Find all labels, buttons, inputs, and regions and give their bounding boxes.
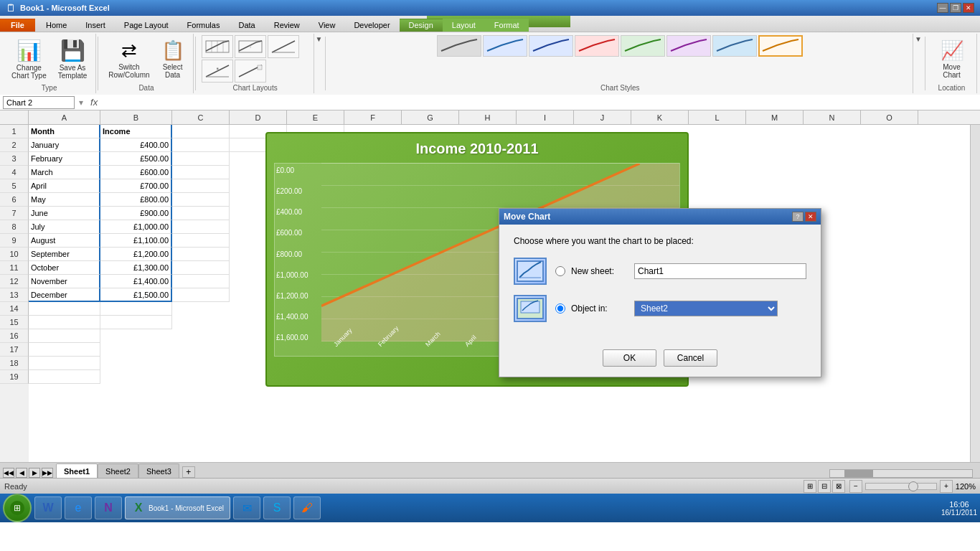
chart-styles-dropdown[interactable]: ▼ — [913, 34, 923, 93]
horizontal-scrollbar[interactable] — [829, 469, 973, 478]
col-header-i[interactable]: I — [517, 110, 574, 124]
col-header-m[interactable]: M — [746, 110, 804, 124]
tab-data[interactable]: Data — [229, 19, 264, 32]
cell-a14[interactable] — [29, 302, 100, 316]
sheet-tab-sheet1[interactable]: Sheet1 — [56, 463, 98, 478]
cell-a12[interactable]: November — [29, 275, 100, 288]
cell-b12[interactable]: £1,400.00 — [100, 275, 172, 288]
col-header-l[interactable]: L — [689, 110, 746, 124]
chart-layout-5[interactable] — [235, 60, 266, 83]
switch-row-col-btn[interactable]: ⇄ SwitchRow/Column — [104, 36, 154, 82]
chart-layouts-dropdown[interactable]: ▼ — [314, 34, 324, 93]
cell-c4[interactable] — [172, 166, 230, 179]
row-header-9[interactable]: 9 — [0, 234, 29, 248]
cell-a2[interactable]: January — [29, 138, 100, 152]
minimize-btn[interactable]: — — [937, 3, 948, 13]
cell-c5[interactable] — [172, 179, 230, 193]
h-scroll-thumb[interactable] — [844, 470, 873, 477]
save-as-template-btn[interactable]: 💾 Save AsTemplate — [54, 36, 92, 82]
chart-style-7[interactable] — [712, 35, 757, 57]
chart-style-8[interactable] — [758, 35, 803, 57]
zoom-in-btn[interactable]: + — [940, 480, 953, 493]
cell-b7[interactable]: £900.00 — [100, 207, 172, 220]
restore-btn[interactable]: ❐ — [950, 3, 961, 13]
cell-b2[interactable]: £400.00 — [100, 138, 172, 152]
col-header-g[interactable]: G — [402, 110, 459, 124]
col-header-e[interactable]: E — [287, 110, 344, 124]
taskbar-paint[interactable]: 🖌 — [293, 496, 321, 519]
tab-layout[interactable]: Layout — [443, 19, 485, 32]
taskbar-excel[interactable]: X Book1 - Microsoft Excel — [125, 496, 230, 519]
col-header-j[interactable]: J — [574, 110, 631, 124]
cell-c1[interactable] — [172, 125, 230, 138]
chart-style-6[interactable] — [666, 35, 711, 57]
cell-b6[interactable]: £800.00 — [100, 193, 172, 207]
modal-cancel-button[interactable]: Cancel — [664, 349, 717, 367]
object-in-select[interactable]: Sheet2 Sheet1 Sheet3 — [634, 301, 778, 316]
tab-developer[interactable]: Developer — [344, 19, 399, 32]
cell-c9[interactable] — [172, 234, 230, 248]
cell-c12[interactable] — [172, 275, 230, 288]
page-layout-view-btn[interactable]: ⊟ — [818, 480, 831, 493]
move-chart-btn[interactable]: 📈 MoveChart — [936, 36, 968, 82]
col-header-d[interactable]: D — [230, 110, 287, 124]
cell-b1[interactable]: Income — [100, 125, 172, 138]
vertical-scrollbar[interactable] — [970, 125, 980, 462]
cell-c3[interactable] — [172, 152, 230, 166]
cell-a6[interactable]: May — [29, 193, 100, 207]
object-in-radio[interactable] — [555, 303, 565, 314]
tab-design[interactable]: Design — [400, 19, 443, 32]
taskbar-skype[interactable]: S — [263, 496, 291, 519]
cell-b10[interactable]: £1,200.00 — [100, 248, 172, 261]
row-header-12[interactable]: 12 — [0, 275, 29, 288]
col-header-h[interactable]: H — [459, 110, 517, 124]
cell-c13[interactable] — [172, 288, 230, 302]
row-header-2[interactable]: 2 — [0, 138, 29, 152]
cell-a10[interactable]: September — [29, 248, 100, 261]
row-header-4[interactable]: 4 — [0, 166, 29, 179]
row-header-19[interactable]: 19 — [0, 370, 29, 384]
modal-help-btn[interactable]: ? — [792, 212, 804, 222]
row-header-14[interactable]: 14 — [0, 302, 29, 316]
new-sheet-radio[interactable] — [555, 266, 565, 276]
sheet-nav-next[interactable]: ▶ — [29, 468, 40, 478]
chart-style-2[interactable] — [483, 35, 527, 57]
chart-style-1[interactable] — [437, 35, 481, 57]
normal-view-btn[interactable]: ⊞ — [804, 480, 816, 493]
row-header-7[interactable]: 7 — [0, 207, 29, 220]
chart-layout-3[interactable] — [268, 35, 299, 58]
taskbar-onenote[interactable]: N — [95, 496, 122, 519]
cell-c11[interactable] — [172, 261, 230, 275]
sheet-tab-sheet2[interactable]: Sheet2 — [98, 463, 138, 478]
cell-c10[interactable] — [172, 248, 230, 261]
cell-c8[interactable] — [172, 220, 230, 234]
page-break-view-btn[interactable]: ⊠ — [832, 480, 845, 493]
row-header-5[interactable]: 5 — [0, 179, 29, 193]
sheet-nav-first[interactable]: ◀◀ — [3, 468, 14, 478]
cell-c7[interactable] — [172, 207, 230, 220]
taskbar-word[interactable]: W — [34, 496, 62, 519]
tab-formulas[interactable]: Formulas — [178, 19, 230, 32]
cell-a15[interactable] — [29, 316, 100, 329]
chart-layout-1[interactable] — [202, 35, 233, 58]
tab-view[interactable]: View — [309, 19, 345, 32]
cell-b8[interactable]: £1,000.00 — [100, 220, 172, 234]
name-box[interactable] — [3, 96, 75, 109]
col-header-c[interactable]: C — [172, 110, 230, 124]
col-header-a[interactable]: A — [29, 110, 100, 124]
change-chart-type-btn[interactable]: 📊 ChangeChart Type — [7, 36, 51, 82]
tab-insert[interactable]: Insert — [76, 19, 115, 32]
row-header-15[interactable]: 15 — [0, 316, 29, 329]
row-header-8[interactable]: 8 — [0, 220, 29, 234]
col-header-b[interactable]: B — [100, 110, 172, 124]
cell-b9[interactable]: £1,100.00 — [100, 234, 172, 248]
cell-a7[interactable]: June — [29, 207, 100, 220]
zoom-thumb[interactable] — [908, 481, 918, 491]
taskbar-outlook[interactable]: ✉ — [233, 496, 260, 519]
zoom-slider[interactable] — [865, 483, 937, 490]
row-header-3[interactable]: 3 — [0, 152, 29, 166]
new-sheet-input[interactable] — [634, 263, 806, 279]
col-header-n[interactable]: N — [804, 110, 861, 124]
fx-button[interactable]: fx — [88, 97, 100, 108]
formula-input[interactable] — [103, 98, 977, 107]
